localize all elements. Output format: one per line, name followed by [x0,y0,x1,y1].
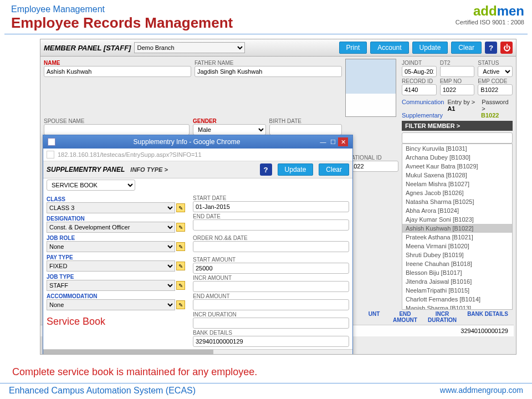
designation-label: DESIGNATION [47,216,185,222]
member-list-item[interactable]: Abha Arora [B1024] [402,206,512,215]
member-list-item[interactable]: Bincy Kuruvila [B1031] [402,144,512,153]
minimize-icon[interactable]: — [318,137,328,146]
account-button[interactable]: Account [370,42,408,54]
startamt-input[interactable] [193,263,349,274]
supp-window-title: Supplementry Info - Google Chrome [55,138,318,146]
power-icon[interactable]: ⏻ [500,42,513,54]
edit-icon[interactable]: ✎ [176,281,185,290]
birth-input[interactable] [269,124,342,135]
edit-icon[interactable]: ✎ [176,203,185,212]
member-list-item[interactable]: Mukul Saxena [B1028] [402,171,512,180]
member-list-item[interactable]: Ireene Chauhan [B1018] [402,259,512,268]
brand-logo: addmen Certified ISO 9001 : 2008 [456,3,524,25]
member-list[interactable]: Bincy Kuruvila [B1031]Archana Dubey [B10… [402,144,513,310]
paytype-select[interactable]: FIXED [47,260,175,272]
accommodation-select[interactable]: None [47,299,175,310]
enddate-input[interactable] [193,219,349,231]
jobrole-label: JOB ROLE [47,235,185,241]
supp-help-icon[interactable]: ? [260,163,272,176]
member-list-item[interactable]: Jitendra Jaiswal [B1016] [402,277,512,286]
status-label: STATUS [478,60,513,66]
gender-select[interactable]: Male [193,124,266,135]
class-select[interactable]: CLASS 3 [47,202,175,213]
member-list-item[interactable]: Blesson Biju [B1017] [402,268,512,277]
member-list-item[interactable]: Agnes Jacob [B1026] [402,188,512,197]
startdate-label: START DATE [193,195,349,201]
member-list-item[interactable]: Ashish Kushwah [B1022] [402,224,512,233]
page-icon [47,151,54,158]
breadcrumb: Employee Management [11,4,521,14]
name-label: NAME [44,60,191,66]
spouse-input[interactable] [44,124,190,135]
startdate-input[interactable] [193,201,349,212]
joindt-input[interactable] [402,66,437,77]
filter-member-header: FILTER MEMBER > [402,121,513,131]
gender-label: GENDER [193,118,266,124]
empcode-input[interactable] [478,84,513,95]
enddate-label: END DATE [193,213,349,219]
empno-label: EMP NO [440,78,475,84]
password-label: Password > [482,99,508,112]
status-select[interactable]: Active [478,66,513,77]
info-type-select[interactable]: SERVICE BOOK [47,180,135,191]
communication-link[interactable]: Communication [402,99,444,105]
natid-input[interactable] [347,161,398,172]
orderno-input[interactable] [193,241,349,252]
record-input[interactable] [402,84,437,95]
update-button[interactable]: Update [412,42,448,54]
dt2-input[interactable] [440,66,475,77]
jobrole-select[interactable]: None [47,241,175,252]
member-photo [345,59,396,117]
page-caption: Complete service book is maintained for … [12,366,257,378]
name-input[interactable] [44,66,191,77]
member-list-item[interactable]: Meena Virmani [B1020] [402,242,512,250]
footer-url[interactable]: www.addmengroup.com [440,386,523,396]
bank-input[interactable] [193,336,349,347]
member-list-item[interactable]: Archana Dubey [B1030] [402,153,512,162]
natid-label: NATIONAL ID [347,155,398,161]
record-label: RECORD ID [402,78,437,84]
empno-input[interactable] [440,84,475,95]
edit-icon[interactable]: ✎ [176,223,185,232]
edit-icon[interactable]: ✎ [176,242,185,251]
bank-label: BANK DETAILS [193,330,349,336]
father-input[interactable] [195,66,342,77]
edit-icon[interactable]: ✎ [176,300,185,309]
page-title: Employee Records Management [11,14,521,32]
edit-icon[interactable]: ✎ [176,262,185,270]
birth-label: BIRTH DATE [269,118,342,124]
member-list-item[interactable]: Charlott Fernandes [B1014] [402,295,512,304]
supplementary-link[interactable]: Supplementary [402,112,443,119]
incrdur-input[interactable] [193,318,349,329]
url-bar[interactable]: 182.18.160.181/testecas/EntrySupp.aspx?S… [43,149,352,161]
supp-update-button[interactable]: Update [278,163,314,176]
system-name: Enhanced Campus Automation System (ECAS) [9,386,196,396]
branch-select[interactable]: Demo Branch [134,42,245,53]
panel-title: MEMBER PANEL [STAFF] [44,44,131,52]
supp-hscroll[interactable] [43,349,352,355]
endamt-input[interactable] [193,299,349,310]
dt2-label: DT2 [440,60,475,66]
help-icon[interactable]: ? [485,42,497,54]
member-list-item[interactable]: Manish Sharma [B1013] [402,304,512,310]
info-type-label: INFO TYPE > [130,166,168,173]
incramt-input[interactable] [193,281,349,292]
close-icon[interactable]: ✕ [338,137,348,146]
supp-titlebar[interactable]: Supplementry Info - Google Chrome — ☐ ✕ [43,135,352,149]
member-list-item[interactable]: Shruti Dubey [B1019] [402,250,512,259]
member-list-item[interactable]: Avneet Kaur Batra [B1029] [402,162,512,171]
supplementary-window: Supplementry Info - Google Chrome — ☐ ✕ … [43,135,353,355]
jobtype-select[interactable]: STAFF [47,280,175,291]
clear-button[interactable]: Clear [451,42,482,54]
member-list-item[interactable]: Neelam Mishra [B1027] [402,180,512,188]
member-list-item[interactable]: NeelamTripathi [B1015] [402,286,512,295]
supp-clear-button[interactable]: Clear [319,163,349,176]
member-list-item[interactable]: Ajay Kumar Soni [B1023] [402,215,512,224]
startamt-label: START AMOUNT [193,257,349,263]
maximize-icon[interactable]: ☐ [328,137,338,146]
designation-select[interactable]: Const. & Development Officer [47,222,175,233]
filter-member-input[interactable] [402,132,513,144]
member-list-item[interactable]: Prateek Asthana [B1021] [402,233,512,242]
print-button[interactable]: Print [339,42,367,54]
member-list-item[interactable]: Natasha Sharma [B1025] [402,197,512,206]
